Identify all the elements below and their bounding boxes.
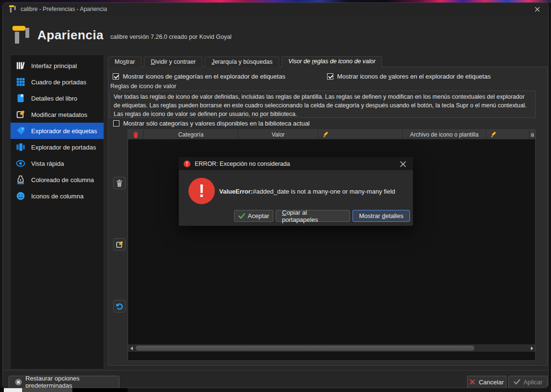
rules-section-label: Reglas de icono de valor: [110, 83, 176, 90]
sidebar-item-iconos-de-columna[interactable]: Iconos de columna: [11, 188, 104, 204]
taskbar-segment: [128, 388, 551, 392]
error-icon: !: [188, 178, 215, 204]
close-icon[interactable]: [397, 159, 409, 169]
x-icon: [469, 379, 475, 385]
taskbar-segment: [22, 388, 72, 392]
column-header-partial[interactable]: a: [529, 130, 535, 139]
sidebar-item-label: Explorador de portadas: [31, 144, 96, 151]
page-subtitle: calibre versión 7.26.0 creado por Kovid …: [110, 34, 232, 40]
sidebar-item-cuadro-de-portadas[interactable]: Cuadro de portadas: [11, 74, 104, 90]
edit-icon: [116, 241, 124, 249]
checkbox-box[interactable]: [327, 73, 333, 80]
column-header-archivo[interactable]: Archivo de icono o plantilla: [403, 130, 486, 139]
taskbar-segment: [4, 388, 22, 392]
calibre-logo-icon: [9, 5, 16, 13]
sidebar-item-vista-rapida[interactable]: Vista rápida: [11, 155, 104, 172]
eye-icon: [15, 158, 26, 169]
checkbox-show-category-icons[interactable]: Mostrar iconos de categorías en el explo…: [113, 73, 285, 80]
sidebar-item-label: Coloreado de columna: [31, 176, 94, 184]
pencil-icon: [491, 131, 497, 138]
close-icon[interactable]: [529, 3, 545, 15]
button-label: Copiar al portapapeles: [282, 209, 344, 223]
sidebar-item-detalles-del-libro[interactable]: Detalles del libro: [11, 90, 104, 106]
sidebar-item-label: Explorador de etiquetas: [31, 127, 97, 135]
checkbox-label: Mostrar sólo categorías y valores dispon…: [123, 120, 310, 127]
edit-rule-button[interactable]: [113, 238, 126, 251]
taskbar-strip: [0, 388, 551, 392]
book-icon: [15, 93, 26, 104]
sidebar-item-interfaz-principal[interactable]: Interfaz principal: [11, 58, 104, 74]
sidebar-item-label: Iconos de columna: [31, 193, 83, 200]
sidebar-item-label: Modificar metadatos: [31, 111, 87, 118]
sidebar-item-modificar-metadatos[interactable]: Modificar metadatos: [11, 106, 104, 123]
library-icon: [15, 60, 26, 71]
scroll-left-icon[interactable]: [128, 345, 135, 352]
x-circle-icon: [15, 379, 22, 386]
checkbox-only-current-library[interactable]: Mostrar sólo categorías y valores dispon…: [113, 120, 310, 127]
check-icon: [514, 379, 520, 385]
window-titlebar[interactable]: calibre - Preferencias - Apariencia: [3, 3, 548, 15]
apply-button[interactable]: Aplicar: [508, 376, 548, 388]
column-header-categoria[interactable]: Categoría: [144, 130, 238, 139]
window-title: calibre - Preferencias - Apariencia: [21, 6, 107, 12]
covers-icon: [15, 142, 26, 152]
undo-icon[interactable]: [113, 300, 126, 312]
ink-icon: [15, 174, 26, 185]
trash-icon: [133, 131, 139, 138]
sidebar-item-label: Vista rápida: [31, 160, 64, 167]
scroll-right-icon[interactable]: [528, 345, 535, 352]
tab-visor-de-reglas[interactable]: Visor de reglas de icono de valor: [281, 56, 382, 68]
scrollbar-thumb[interactable]: [136, 346, 474, 351]
cancel-button[interactable]: Cancelar: [467, 376, 506, 388]
sidebar-item-coloreado-de-columna[interactable]: Coloreado de columna: [11, 172, 104, 188]
checkbox-box[interactable]: [113, 120, 119, 127]
button-label: Aplicar: [524, 379, 543, 386]
pencil-icon: [323, 131, 329, 138]
sidebar-item-label: Detalles del libro: [31, 95, 77, 102]
error-dialog-titlebar[interactable]: ! ERROR: Excepción no considerada: [179, 157, 413, 170]
check-icon: [238, 213, 245, 219]
calibre-logo-icon: [12, 25, 31, 45]
sidebar-item-label: Cuadro de portadas: [31, 79, 86, 86]
column-header-delete[interactable]: [128, 130, 144, 139]
checkbox-show-value-icons[interactable]: Mostrar iconos de valores en el explorad…: [327, 73, 491, 80]
table-header-row: Categoría Valor Archivo de icono o plant…: [128, 130, 535, 139]
tab-bar: Mostrar Dividir y contraer Jerarquía y b…: [108, 56, 382, 67]
rules-description: Ver todas las reglas de icono de valor d…: [109, 91, 536, 118]
button-label: Aceptar: [248, 212, 270, 219]
tab-jerarquia-y-busquedas[interactable]: Jerarquía y búsquedas: [205, 57, 279, 67]
taskbar-segment: [72, 388, 128, 392]
error-dialog-title: ERROR: Excepción no considerada: [195, 161, 290, 167]
column-header-valor[interactable]: Valor: [238, 130, 318, 139]
sidebar-item-explorador-de-portadas[interactable]: Explorador de portadas: [11, 139, 104, 155]
sidebar-item-explorador-de-etiquetas[interactable]: Explorador de etiquetas: [11, 123, 104, 139]
show-details-button[interactable]: Mostrar detalles: [352, 210, 410, 222]
button-label: Mostrar detalles: [359, 212, 403, 219]
checkbox-label: Mostrar iconos de categorías en el explo…: [123, 73, 285, 80]
button-label: Cancelar: [479, 379, 504, 386]
column-header-edit-value[interactable]: [318, 130, 403, 139]
tab-dividir-y-contraer[interactable]: Dividir y contraer: [144, 57, 202, 67]
footer-divider: [3, 370, 549, 370]
horizontal-scrollbar[interactable]: [128, 344, 535, 352]
error-icon: !: [184, 161, 190, 167]
edit-icon: [15, 109, 26, 120]
button-label: Restaurar opciones predeterminadas: [25, 375, 113, 388]
error-message: ValueError:#added_date is not a many-one…: [219, 188, 406, 195]
delete-rule-button[interactable]: [113, 177, 126, 189]
tag-icon: [15, 126, 26, 136]
checkbox-label: Mostrar iconos de valores en el explorad…: [337, 73, 491, 80]
checkbox-box[interactable]: [113, 73, 119, 80]
trash-icon: [116, 179, 123, 187]
accept-button[interactable]: Aceptar: [234, 210, 273, 222]
tab-mostrar[interactable]: Mostrar: [108, 57, 141, 67]
page-title: Apariencia: [37, 28, 104, 43]
copy-to-clipboard-button[interactable]: Copiar al portapapeles: [276, 210, 350, 222]
grid-icon: [15, 77, 26, 87]
column-header-edit-file[interactable]: [486, 130, 529, 139]
sidebar-item-label: Interfaz principal: [31, 62, 77, 69]
smiley-icon: [15, 191, 26, 201]
preferences-sidebar: Interfaz principal Cuadro de portadas: [10, 55, 104, 369]
page-header: Apariencia calibre versión 7.26.0 creado…: [12, 24, 232, 46]
restore-defaults-button[interactable]: Restaurar opciones predeterminadas: [9, 376, 119, 388]
